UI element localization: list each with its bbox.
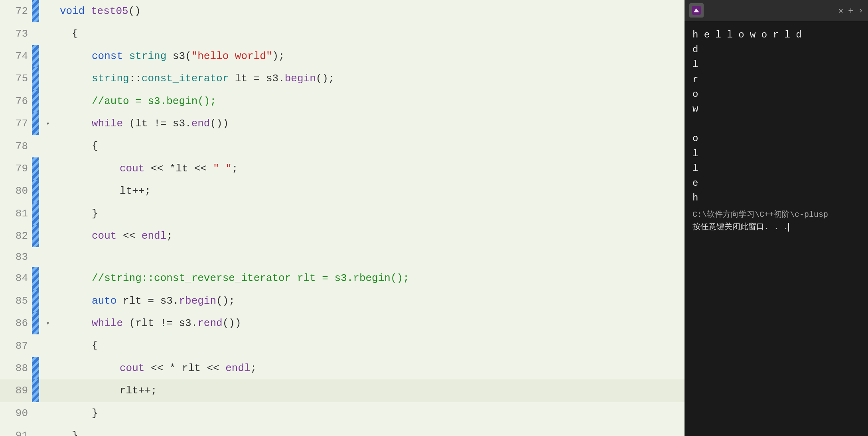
- code-content: }: [56, 402, 685, 424]
- breakpoint-area: [32, 357, 56, 379]
- token: //string::const_reverse_iterator rlt = s…: [92, 271, 409, 285]
- token: string: [92, 71, 129, 86]
- code-line: 81}: [0, 202, 685, 225]
- code-content: while (rlt != s3.rend()): [56, 312, 685, 334]
- collapse-arrow[interactable]: ▾: [46, 319, 50, 327]
- line-number: 76: [0, 90, 32, 112]
- terminal-output-line: h e l l o w o r l d: [692, 27, 860, 42]
- token: << *lt <<: [144, 161, 213, 176]
- token: const: [92, 49, 129, 63]
- breakpoint-area: [32, 90, 56, 112]
- token: while: [92, 116, 123, 131]
- code-line: 82cout << endl;: [0, 225, 685, 247]
- breakpoint-bar: [32, 267, 39, 289]
- code-content: //string::const_reverse_iterator rlt = s…: [56, 267, 685, 289]
- breakpoint-area: [32, 424, 56, 436]
- token: rlt = s3.: [123, 294, 179, 308]
- token: ;: [166, 229, 173, 243]
- code-content: {: [56, 22, 685, 45]
- terminal-panel: ✕ ＋ › h e l l o w o r l ddlrowollehC:\软件…: [685, 0, 868, 436]
- code-content: while (lt != s3.end()): [56, 112, 685, 135]
- line-number: 82: [0, 225, 32, 247]
- code-line: 88cout << * rlt << endl;: [0, 357, 685, 379]
- terminal-output-line: w: [692, 102, 860, 116]
- code-content: [56, 247, 685, 267]
- token: {: [72, 26, 78, 41]
- token: const_iterator: [142, 71, 235, 86]
- token: end: [191, 116, 210, 131]
- code-content: lt++;: [56, 180, 685, 202]
- line-number: 79: [0, 157, 32, 180]
- breakpoint-area: [32, 22, 56, 45]
- collapse-arrow[interactable]: ▾: [46, 120, 50, 128]
- token: " ": [213, 161, 232, 176]
- terminal-output-line: l: [692, 57, 860, 72]
- breakpoint-area: [32, 334, 56, 357]
- token: lt = s3.: [235, 71, 285, 86]
- code-line: 85auto rlt = s3.rbegin();: [0, 290, 685, 312]
- token: (): [128, 4, 141, 18]
- code-line: 86▾while (rlt != s3.rend()): [0, 312, 685, 334]
- terminal-output-line: l: [692, 146, 860, 161]
- token: test05: [91, 4, 128, 18]
- breakpoint-bar: [32, 0, 39, 22]
- terminal-more-button[interactable]: ›: [858, 6, 863, 15]
- breakpoint-bar: [32, 90, 39, 112]
- breakpoint-area: [32, 67, 56, 90]
- breakpoint-bar: [32, 202, 39, 225]
- code-content: }: [56, 424, 685, 436]
- token: auto: [92, 294, 123, 308]
- breakpoint-area: [32, 180, 56, 202]
- line-number: 80: [0, 180, 32, 202]
- token: ();: [316, 71, 335, 86]
- line-number: 73: [0, 22, 32, 45]
- token: lt++;: [120, 184, 151, 198]
- line-number: 90: [0, 402, 32, 424]
- code-line: 77▾while (lt != s3.end()): [0, 112, 685, 135]
- token: ::: [129, 71, 142, 86]
- breakpoint-bar: [32, 290, 39, 312]
- code-content: string::const_iterator lt = s3.begin();: [56, 67, 685, 90]
- token: cout: [120, 161, 144, 176]
- code-content: //auto = s3.begin();: [56, 90, 685, 112]
- token: begin: [285, 71, 316, 86]
- terminal-output-line: [692, 116, 860, 131]
- terminal-output-line: o: [692, 131, 860, 146]
- token: ();: [216, 294, 235, 308]
- token: cout: [92, 229, 116, 243]
- token: endl: [225, 361, 250, 375]
- code-line: 75string::const_iterator lt = s3.begin()…: [0, 67, 685, 90]
- code-line: 78{: [0, 135, 685, 157]
- terminal-output-line: o: [692, 87, 860, 102]
- code-line: 76//auto = s3.begin();: [0, 90, 685, 112]
- breakpoint-area: [32, 379, 56, 402]
- token: //auto = s3.begin();: [92, 94, 216, 108]
- code-content: rlt++;: [56, 379, 685, 402]
- breakpoint-area: [32, 202, 56, 225]
- code-line: 72void test05(): [0, 0, 685, 22]
- token: s3(: [173, 49, 191, 63]
- breakpoint-bar: [32, 357, 39, 379]
- terminal-close-button[interactable]: ✕: [838, 6, 843, 16]
- breakpoint-area: [32, 402, 56, 424]
- token: {: [92, 338, 98, 353]
- code-editor: 72void test05()73{74const string s3("hel…: [0, 0, 685, 436]
- breakpoint-bar: [32, 225, 39, 247]
- breakpoint-area: [32, 225, 56, 247]
- line-number: 87: [0, 334, 32, 357]
- line-number: 85: [0, 290, 32, 312]
- terminal-output-line: d: [692, 42, 860, 57]
- code-lines: 72void test05()73{74const string s3("hel…: [0, 0, 685, 436]
- token: }: [72, 428, 78, 436]
- terminal-add-button[interactable]: ＋: [846, 4, 855, 16]
- code-line: 89rlt++;: [0, 379, 685, 402]
- code-line: 80lt++;: [0, 180, 685, 202]
- token: rlt++;: [120, 383, 157, 398]
- token: rbegin: [179, 294, 216, 308]
- terminal-output-line: e: [692, 176, 860, 191]
- breakpoint-bar: [32, 180, 39, 202]
- terminal-output-line: h: [692, 191, 860, 205]
- breakpoint-area: [32, 267, 56, 289]
- breakpoint-bar: [32, 112, 39, 135]
- line-number: 75: [0, 67, 32, 90]
